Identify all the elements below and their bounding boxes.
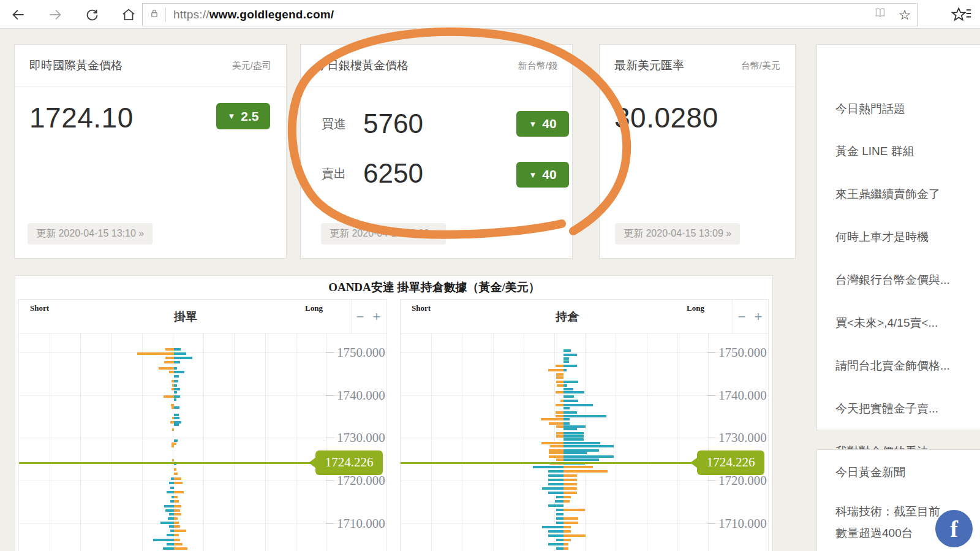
short-bar	[548, 470, 564, 473]
long-bar	[564, 455, 614, 458]
long-bar	[174, 375, 179, 378]
facebook-icon: f	[950, 515, 958, 542]
international-updated-link[interactable]: 更新 2020-04-15 13:10 »	[28, 223, 153, 245]
news-line-2[interactable]: 數量超過400台	[835, 525, 913, 541]
favorites-hub-button[interactable]	[949, 6, 973, 26]
short-bar	[556, 513, 564, 515]
y-axis-tick	[326, 438, 334, 438]
short-bar	[550, 445, 564, 447]
add-favorite-button[interactable]: ☆	[892, 7, 917, 23]
reading-view-button[interactable]	[868, 6, 892, 24]
news-line-1[interactable]: 科瑞技術：截至目前	[835, 504, 940, 520]
long-bar	[564, 487, 577, 490]
long-bar	[174, 513, 181, 515]
short-bar	[167, 534, 174, 536]
long-bar	[174, 443, 176, 445]
orders-panel-header: 掛單 − +	[19, 300, 386, 334]
long-bar	[174, 352, 186, 355]
y-axis-label: 1740.000	[718, 388, 767, 403]
short-bar	[556, 496, 564, 498]
long-bar	[564, 500, 570, 503]
short-bar	[556, 381, 564, 383]
short-bar	[159, 367, 174, 370]
short-bar	[548, 543, 564, 545]
short-bar	[556, 404, 564, 406]
short-bar	[169, 513, 174, 515]
facebook-button[interactable]: f	[935, 510, 973, 547]
current-price-badge: 1724.226	[697, 450, 764, 475]
long-bar	[564, 438, 584, 441]
sidebar-topic-item[interactable]: 買<未來>,4/15賣<...	[835, 315, 938, 331]
down-triangle-icon: ▼	[529, 120, 537, 129]
sidebar-topic-item[interactable]: 請問台北賣金飾價格...	[835, 358, 950, 374]
long-bar	[174, 388, 180, 390]
long-axis-label: Long	[687, 303, 704, 313]
sidebar-topic-item[interactable]: 何時上車才是時機	[835, 229, 929, 245]
zoom-in-button[interactable]: +	[368, 300, 385, 334]
gridline-vertical	[142, 334, 143, 551]
y-axis-tick	[707, 523, 715, 524]
card-usd-unit: 台幣/美元	[741, 60, 780, 72]
short-bar	[556, 547, 564, 550]
long-bar	[564, 422, 570, 425]
short-bar	[556, 517, 564, 520]
short-bar	[541, 418, 564, 420]
short-bar	[557, 384, 564, 387]
long-bar	[174, 421, 181, 424]
forward-button[interactable]	[47, 6, 64, 23]
short-bar	[548, 479, 564, 481]
usd-updated-link[interactable]: 更新 2020-04-15 13:09 »	[615, 223, 740, 245]
address-bar[interactable]: https://www.goldlegend.com/ ☆	[142, 3, 918, 26]
y-axis-tick	[326, 395, 334, 396]
back-button[interactable]	[10, 6, 27, 23]
long-bar	[174, 371, 184, 373]
long-bar	[564, 349, 571, 352]
y-axis-label: 1710.000	[718, 516, 767, 531]
favorite-star-icon: ☆	[899, 7, 911, 23]
sidebar-topic-item[interactable]: 台灣銀行台幣金價與...	[835, 272, 950, 288]
short-bar	[556, 391, 564, 393]
short-bar	[542, 526, 564, 528]
buy-change-badge: ▼ 40	[516, 111, 569, 137]
hot-topics-panel: 今日熱門話題 黃金 LINE 群組來王鼎繼續賣飾金了何時上車才是時機台灣銀行台幣…	[816, 44, 980, 430]
long-bar	[174, 534, 179, 536]
sell-price: 6250	[363, 158, 423, 189]
sidebar-topic-item[interactable]: 今天把實體金子賣...	[835, 401, 938, 417]
long-bar	[564, 492, 577, 494]
long-bar	[174, 505, 181, 507]
short-bar	[548, 492, 564, 494]
short-bar	[172, 428, 174, 431]
positions-panel-header: 持倉 − +	[401, 300, 768, 334]
long-bar	[174, 496, 178, 498]
refresh-button[interactable]	[83, 6, 100, 23]
long-bar	[564, 407, 570, 409]
long-bar	[174, 406, 179, 409]
orders-zoom-controls: − +	[351, 300, 386, 334]
short-bar	[541, 442, 564, 444]
long-bar	[174, 477, 181, 480]
zoom-out-button[interactable]: −	[733, 300, 750, 334]
current-price-line	[401, 462, 697, 464]
zoom-in-button[interactable]: +	[750, 300, 767, 334]
long-bar	[564, 354, 577, 356]
ssl-lock[interactable]	[143, 7, 166, 22]
sidebar-topic-item[interactable]: 黃金 LINE 群組	[835, 143, 914, 159]
long-bar	[174, 500, 179, 503]
current-price-line	[19, 462, 315, 464]
gridline-vertical	[708, 334, 709, 551]
home-button[interactable]	[120, 6, 137, 23]
sidebar-topic-item[interactable]: 來王鼎繼續賣飾金了	[835, 186, 940, 202]
long-bar	[564, 360, 569, 363]
gridline-vertical	[50, 334, 50, 551]
y-axis-label: 1730.000	[337, 430, 385, 446]
long-bar	[564, 388, 573, 390]
local-updated-link[interactable]: 更新 2020-04-15 10:00 »	[321, 223, 446, 245]
long-bar	[174, 543, 183, 545]
buy-label: 買進	[322, 116, 346, 132]
short-bar	[556, 373, 564, 376]
url-scheme: https://	[173, 8, 209, 21]
zoom-out-button[interactable]: −	[352, 300, 369, 334]
short-bar	[556, 539, 564, 541]
url-text[interactable]: https://www.goldlegend.com/	[173, 8, 868, 21]
y-axis-label: 1710.000	[337, 516, 385, 531]
